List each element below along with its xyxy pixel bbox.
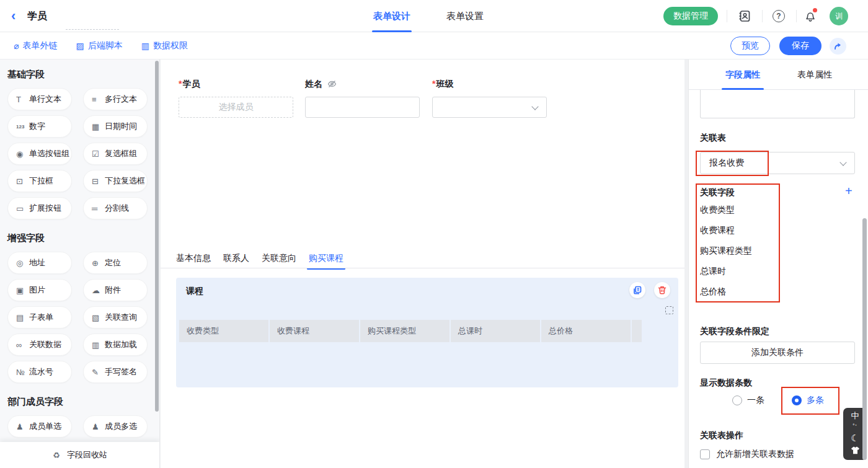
subform-label: 子表单: [29, 312, 53, 323]
field-title-input[interactable]: [700, 90, 855, 118]
canvas-tab-strip: 基本信息联系人关联意向购买课程: [176, 249, 343, 268]
delete-widget-button[interactable]: [654, 282, 670, 298]
copy-widget-button[interactable]: [629, 282, 645, 298]
ime-punctuation-icon[interactable]: ˚’: [853, 424, 857, 430]
related-fields-list: 收费类型收费课程购买课程类型总课时总价格: [700, 205, 752, 296]
canvas-tab-contacts[interactable]: 联系人: [223, 249, 249, 268]
save-button[interactable]: 保存: [779, 37, 822, 55]
field-pill-multi-select[interactable]: ⊟下拉复选框: [83, 170, 148, 192]
display-option-label: 一条: [747, 395, 764, 406]
ime-skin-icon[interactable]: [851, 446, 860, 456]
field-pill-image[interactable]: ▣图片: [7, 279, 72, 301]
add-condition-button[interactable]: 添加关联条件: [700, 342, 855, 364]
class-select[interactable]: [432, 97, 547, 118]
canvas-tab-related-intent[interactable]: 关联意向: [262, 249, 296, 268]
eye-off-icon: [327, 80, 337, 90]
allow-add-row[interactable]: 允许新增关联表数据: [700, 449, 794, 460]
display-option-multiple[interactable]: 多条: [792, 395, 824, 406]
field-pill-address[interactable]: ◎地址: [7, 252, 72, 274]
canvas-tab-basic-info[interactable]: 基本信息: [176, 249, 211, 268]
sidebar-scrollbar[interactable]: [155, 61, 159, 412]
related-table-value: 报名收费: [709, 157, 744, 169]
address-book-icon[interactable]: [738, 9, 751, 23]
data-permission-icon: ▥: [141, 42, 149, 50]
ime-lang-indicator[interactable]: 中: [851, 412, 859, 420]
field-pill-serial-number[interactable]: №流水号: [7, 361, 72, 383]
member-single-icon: ♟: [16, 423, 25, 431]
resize-handle-icon[interactable]: [665, 306, 673, 314]
subform-column-header: 收费类型: [179, 320, 268, 342]
field-pill-divider-line[interactable]: ═分割线: [83, 197, 148, 219]
allow-add-checkbox[interactable]: [700, 449, 710, 459]
field-pill-single-line-text[interactable]: T单行文本: [7, 88, 72, 110]
related-field-item[interactable]: 总课时: [700, 266, 752, 276]
related-field-item[interactable]: 总价格: [700, 286, 752, 296]
field-pill-signature[interactable]: ✎手写签名: [83, 361, 148, 383]
field-pill-location[interactable]: ⊕定位: [83, 252, 148, 274]
radio-unselected-icon[interactable]: [732, 395, 742, 405]
related-fields-label: 关联字段: [700, 187, 735, 198]
related-data-label: 关联数据: [29, 339, 61, 350]
pill-grid: ◎地址⊕定位▣图片☁附件▤子表单▧关联查询∞关联数据▥数据加载№流水号✎手写签名: [7, 252, 152, 383]
field-pill-related-data[interactable]: ∞关联数据: [7, 333, 72, 356]
canvas-tab-purchased-courses[interactable]: 购买课程: [309, 249, 343, 268]
pill-grid: T单行文本≡多行文本123数字▦日期时间◉单选按钮组☑复选框组⊡下拉框⊟下拉复选…: [7, 88, 152, 219]
toolbar-link-backend-script[interactable]: ▨后端脚本: [76, 40, 122, 51]
location-icon: ⊕: [92, 259, 101, 267]
field-pill-checkbox-group[interactable]: ☑复选框组: [83, 143, 148, 165]
field-pill-number[interactable]: 123数字: [7, 115, 72, 138]
help-icon[interactable]: ?: [773, 10, 785, 22]
ime-moon-icon[interactable]: ☾: [851, 433, 859, 443]
student-member-picker[interactable]: 选择成员: [179, 97, 293, 118]
avatar[interactable]: 训: [830, 7, 848, 25]
back-icon[interactable]: ‹: [11, 8, 16, 24]
related-field-item[interactable]: 收费课程: [700, 225, 752, 235]
field-pill-multi-line-text[interactable]: ≡多行文本: [83, 88, 148, 110]
field-pill-datetime[interactable]: ▦日期时间: [83, 115, 148, 138]
related-field-item[interactable]: 购买课程类型: [700, 245, 752, 255]
subform-column-header: 总价格: [541, 320, 631, 342]
toolbar-link-data-permission[interactable]: ▥数据权限: [141, 40, 188, 51]
divider-line-icon: ═: [92, 205, 101, 213]
number-label: 数字: [29, 121, 45, 132]
panel-tab-field-props[interactable]: 字段属性: [725, 60, 760, 90]
name-input[interactable]: [305, 97, 420, 118]
divider: [762, 10, 763, 22]
preview-button[interactable]: 预览: [730, 37, 770, 55]
data-manage-button[interactable]: 数据管理: [663, 7, 718, 25]
display-option-single[interactable]: 一条: [732, 395, 764, 406]
panel-tab-form-props[interactable]: 表单属性: [797, 60, 832, 90]
notification-dot: [813, 8, 817, 12]
field-pill-radio-group[interactable]: ◉单选按钮组: [7, 143, 72, 165]
field-pill-member-single[interactable]: ♟成员单选: [7, 415, 72, 438]
field-pill-select[interactable]: ⊡下拉框: [7, 170, 72, 192]
display-option-label: 多条: [807, 395, 824, 406]
related-table-select[interactable]: 报名收费: [700, 152, 855, 174]
header-tab-form-settings[interactable]: 表单设置: [446, 0, 484, 32]
field-recycle-bin[interactable]: ♻ 字段回收站: [0, 442, 160, 468]
multi-line-text-label: 多行文本: [105, 94, 137, 105]
share-button[interactable]: [830, 38, 846, 55]
subform-title: 课程: [186, 286, 203, 297]
field-pill-lookup-query[interactable]: ▧关联查询: [83, 306, 148, 329]
subform-icon: ▤: [16, 314, 25, 322]
toolbar-link-form-external-link[interactable]: ⌀表单外链: [14, 40, 57, 51]
checkbox-group-label: 复选框组: [105, 148, 137, 159]
header-tab-form-design[interactable]: 表单设计: [373, 0, 410, 32]
lookup-query-label: 关联查询: [105, 312, 137, 323]
radio-selected-icon[interactable]: [792, 395, 802, 405]
panel-scrollbar[interactable]: [862, 218, 867, 460]
sidebar-section-title: 基础字段: [7, 68, 152, 81]
subform-card-selected[interactable]: 课程 收费类型收费课程购买课程类型总课时总价格: [176, 278, 678, 387]
field-pill-subform[interactable]: ▤子表单: [7, 306, 72, 329]
field-pill-extend-button[interactable]: ▭扩展按钮: [7, 197, 72, 219]
multi-select-icon: ⊟: [92, 177, 101, 185]
field-pill-member-multi[interactable]: ♟成员多选: [83, 415, 148, 438]
field-pill-data-load[interactable]: ▥数据加载: [83, 333, 148, 356]
field-pill-attachment[interactable]: ☁附件: [83, 279, 148, 301]
add-related-field-icon[interactable]: +: [845, 183, 852, 198]
copy-icon: [633, 286, 642, 294]
related-field-item[interactable]: 收费类型: [700, 205, 752, 214]
divider-line-label: 分割线: [105, 203, 129, 214]
class-field-label: *班级: [432, 79, 453, 90]
